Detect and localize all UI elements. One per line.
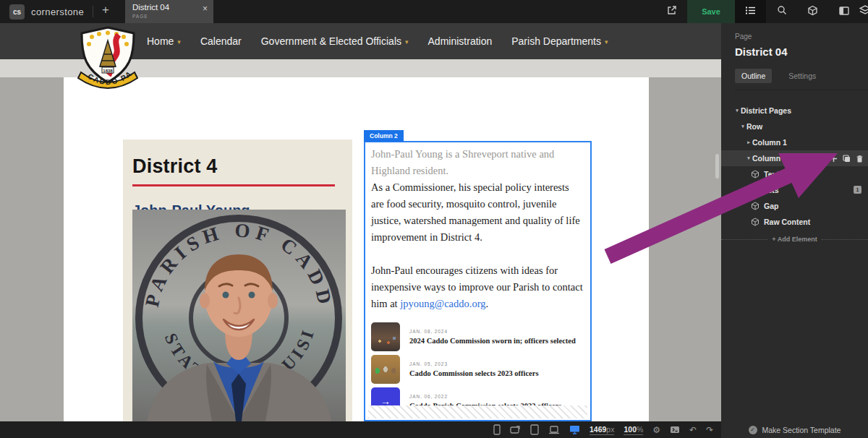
elements-panel-button[interactable] (797, 0, 828, 23)
width-unit: px (606, 425, 614, 434)
news-title: 2024 Caddo Commission sworn in; officers… (409, 337, 576, 345)
news-title: Caddo Commission selects 2023 officers (409, 369, 538, 378)
nav-item-parish-departments[interactable]: Parish Departments ▾ (511, 35, 608, 47)
tree-label: District Pages (741, 106, 791, 115)
device-tablet-button[interactable] (530, 424, 539, 435)
tree-row-text[interactable]: Text (721, 166, 868, 182)
undo-icon[interactable]: ↶ (689, 425, 697, 435)
device-laptop-button[interactable] (548, 426, 560, 434)
device-desktop-button[interactable] (569, 425, 580, 434)
outline-panel-button[interactable] (735, 0, 766, 23)
layout-panel-button[interactable] (828, 0, 859, 23)
tab-title: District 04 (132, 3, 208, 12)
save-button[interactable]: Save (687, 0, 735, 23)
tree-row-column-2[interactable]: ▾ Column 2 (721, 150, 868, 166)
editor-top-bar: cs cornerstone + District 04 PAGE × Save (0, 0, 868, 23)
tree-open-icon[interactable]: ▾ (733, 108, 741, 113)
make-section-template-button[interactable]: ✓ Make Section Template (721, 421, 868, 438)
divider (822, 239, 868, 240)
tree-row-row[interactable]: ▾ Row (721, 119, 868, 134)
nav-label: Administration (428, 35, 493, 47)
add-element-button[interactable]: + Add Element (721, 236, 868, 243)
nav-label: Calendar (200, 35, 242, 47)
tree-closed-icon[interactable]: ▸ (745, 139, 752, 145)
news-date: JAN. 08, 2024 (409, 329, 576, 334)
chevron-down-icon: ▾ (605, 38, 608, 46)
element-cube-icon (751, 170, 760, 179)
redo-icon[interactable]: ↷ (706, 425, 713, 435)
column-1-preview[interactable]: District 4 John-Paul Young (123, 139, 352, 421)
divider (721, 239, 767, 240)
news-item[interactable]: JAN. 05, 2023 Caddo Commission selects 2… (371, 355, 584, 384)
preview-scrollbar[interactable] (715, 154, 719, 179)
zoom-level-field[interactable]: 100% (624, 425, 643, 435)
device-phone-landscape-button[interactable] (510, 425, 521, 434)
plus-icon: + (772, 236, 775, 243)
nav-item-administration[interactable]: Administration (428, 35, 493, 47)
canvas-width-field[interactable]: 1469px (590, 425, 614, 435)
nav-item-government[interactable]: Government & Elected Officials ▾ (261, 35, 409, 47)
cube-icon (807, 5, 818, 19)
nav-item-home[interactable]: Home ▾ (147, 35, 181, 47)
delete-icon[interactable] (856, 155, 864, 163)
tab-outline[interactable]: Outline (735, 69, 772, 83)
tree-row-column-1[interactable]: ▸ Column 1 (721, 134, 868, 150)
tree-open-icon[interactable]: ▾ (745, 155, 752, 161)
tree-row-gap[interactable]: Gap (721, 198, 868, 214)
close-icon[interactable]: × (203, 4, 208, 14)
laptop-icon (548, 426, 560, 434)
caddo-parish-logo[interactable]: 1838 CADDO PARISH (75, 25, 140, 95)
console-button[interactable] (670, 426, 680, 434)
phone-landscape-icon (510, 425, 521, 434)
sidebar-section-label: Page (735, 33, 868, 40)
intro-paragraph: John-Paul Young is a Shreveport native a… (371, 146, 584, 179)
tree-row-district-pages[interactable]: ▾ District Pages (721, 103, 868, 119)
cornerstone-logo-icon: cs (9, 4, 25, 20)
news-thumbnail (371, 322, 400, 351)
settings-gear-icon[interactable]: ⚙ (652, 425, 660, 435)
news-thumbnail (371, 355, 400, 384)
contact-period: . (485, 298, 488, 309)
tree-closed-icon[interactable]: ▸ (751, 187, 758, 193)
gap-element-placeholder (368, 405, 587, 418)
phone-icon (493, 424, 501, 435)
search-icon (777, 5, 787, 18)
tab-district-04[interactable]: District 04 PAGE × (125, 0, 213, 23)
make-template-label: Make Section Template (762, 426, 841, 434)
tree-row-raw-content[interactable]: Raw Content (721, 214, 868, 230)
tablet-icon (530, 424, 539, 435)
page-preview: District 4 John-Paul Young (64, 77, 649, 421)
brand-name: cornerstone (31, 7, 84, 17)
templates-panel-button[interactable] (859, 0, 868, 23)
column-2-preview[interactable]: Column 2 John-Paul Young is a Shreveport… (364, 141, 592, 421)
tree-row-posts[interactable]: ▸ Posts 1 (721, 182, 868, 198)
tree-label: Text (764, 170, 779, 179)
layout-columns-icon (839, 5, 849, 18)
search-panel-button[interactable] (766, 0, 797, 23)
divider (93, 6, 93, 17)
check-circle-icon: ✓ (749, 426, 757, 434)
nav-item-calendar[interactable]: Calendar (200, 35, 242, 47)
outline-tree: ▾ District Pages ▾ Row ▸ Column 1 ▾ Colu… (721, 103, 868, 243)
element-cube-icon (751, 202, 760, 210)
new-tab-button[interactable]: + (101, 0, 116, 23)
add-element-icon[interactable] (830, 155, 838, 163)
tree-label: Row (746, 122, 762, 131)
tab-settings[interactable]: Settings (782, 69, 822, 83)
tree-open-icon[interactable]: ▾ (739, 124, 746, 129)
news-date: JAN. 05, 2023 (409, 361, 538, 366)
tree-label: Column 1 (752, 138, 787, 147)
email-link[interactable]: jpyoung@caddo.org (400, 298, 485, 309)
duplicate-icon[interactable] (843, 155, 851, 163)
news-item[interactable]: JAN. 08, 2024 2024 Caddo Commission swor… (371, 322, 584, 351)
add-element-label: Add Element (778, 236, 817, 243)
zoom-unit: % (637, 425, 643, 434)
outline-list-icon (745, 5, 756, 18)
inspect-icon[interactable] (817, 155, 825, 163)
element-cube-icon (751, 218, 760, 226)
nav-label: Parish Departments (511, 35, 601, 47)
open-preview-button[interactable] (656, 0, 687, 23)
device-phone-button[interactable] (493, 424, 501, 435)
contact-paragraph: John-Paul encourages citizens with ideas… (371, 262, 584, 312)
nav-label: Home (147, 35, 174, 47)
